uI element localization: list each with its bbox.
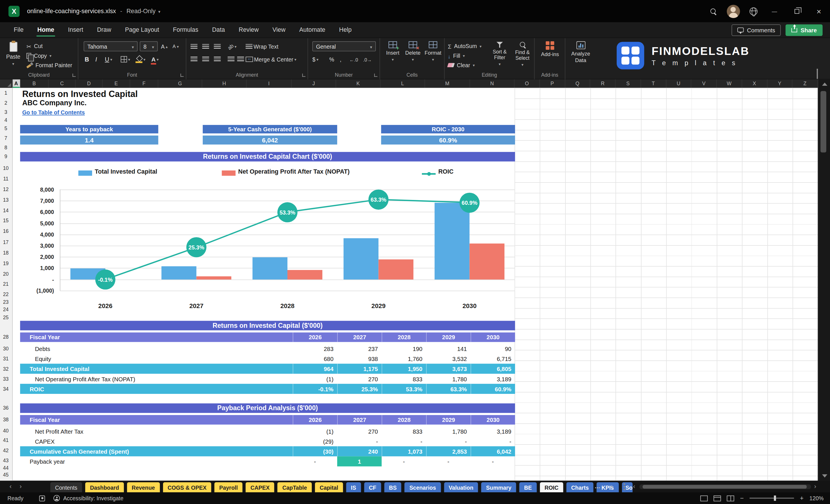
row-header-3[interactable]: 3: [0, 109, 12, 115]
column-header-q[interactable]: Q: [565, 80, 590, 88]
increase-decimal-button[interactable]: [350, 55, 358, 64]
menu-tab-review[interactable]: Review: [232, 22, 265, 38]
sheet-tab-be[interactable]: BE: [519, 482, 537, 492]
percent-style-button[interactable]: %: [329, 55, 334, 64]
menu-tab-insert[interactable]: Insert: [62, 22, 90, 38]
format-painter-button[interactable]: Format Painter: [27, 61, 72, 69]
row-header-14[interactable]: 14: [0, 208, 12, 214]
row-header-18[interactable]: 18: [0, 250, 12, 256]
row-header-31[interactable]: 31: [0, 356, 12, 362]
row-header-12[interactable]: 12: [0, 186, 12, 192]
network-button[interactable]: [743, 0, 763, 22]
column-header-f[interactable]: F: [130, 80, 158, 88]
column-header-v[interactable]: V: [692, 80, 717, 88]
sheet-tab-captable[interactable]: CapTable: [278, 482, 312, 492]
hscroll-left-icon[interactable]: ‹: [633, 483, 635, 490]
column-header-m[interactable]: M: [425, 80, 470, 88]
normal-view-button[interactable]: [700, 495, 708, 501]
menu-tab-help[interactable]: Help: [332, 22, 358, 38]
share-button[interactable]: Share: [786, 24, 823, 36]
clear-button[interactable]: Clear▾: [448, 61, 482, 69]
row-header-10[interactable]: 10: [0, 165, 12, 171]
row-header-43[interactable]: 43: [0, 458, 12, 464]
column-header-u[interactable]: U: [666, 80, 691, 88]
align-right-button[interactable]: [214, 55, 221, 64]
column-header-d[interactable]: D: [76, 80, 103, 88]
paste-button[interactable]: Paste ▾: [3, 40, 23, 71]
column-header-a[interactable]: A: [12, 80, 20, 88]
row-header-8[interactable]: 8: [0, 145, 12, 151]
sheet-tab-cogs-opex[interactable]: COGS & OPEX: [163, 482, 211, 492]
close-button[interactable]: [808, 0, 830, 22]
column-header-y[interactable]: Y: [767, 80, 793, 88]
column-header-z[interactable]: Z: [793, 80, 818, 88]
number-format-select[interactable]: General: [312, 41, 376, 51]
vertical-scrollbar[interactable]: [818, 80, 830, 481]
column-header-g[interactable]: G: [158, 80, 202, 88]
sheet-tab-charts[interactable]: Charts: [566, 482, 594, 492]
borders-button[interactable]: ▾: [121, 55, 130, 64]
row-header-28[interactable]: 28: [0, 334, 12, 340]
cut-button[interactable]: Cut: [27, 42, 72, 50]
row-header-4[interactable]: 4: [0, 117, 12, 123]
sheet-tab-payroll[interactable]: Payroll: [215, 482, 243, 492]
menu-tab-home[interactable]: Home: [31, 22, 61, 38]
sheet-tab-is[interactable]: IS: [346, 482, 361, 492]
column-header-h[interactable]: H: [202, 80, 247, 88]
row-header-32[interactable]: 32: [0, 366, 12, 372]
align-center-button[interactable]: [202, 55, 209, 64]
hscroll-right-icon[interactable]: ›: [814, 483, 816, 490]
row-header-22[interactable]: 22: [0, 291, 12, 297]
insert-cells-button[interactable]: Insert▾: [383, 41, 403, 62]
sheet-tab-summary[interactable]: Summary: [481, 482, 516, 492]
sheet-tab-bs[interactable]: BS: [384, 482, 401, 492]
tab-splitter-handle[interactable]: [624, 480, 625, 492]
zoom-slider[interactable]: [749, 498, 794, 499]
shrink-font-button[interactable]: A▾: [172, 42, 179, 51]
row-header-15[interactable]: 15: [0, 218, 12, 224]
page-layout-view-button[interactable]: [713, 495, 721, 501]
column-header-k[interactable]: K: [336, 80, 380, 88]
row-header-17[interactable]: 17: [0, 240, 12, 246]
horizontal-scroll-thumb[interactable]: [643, 485, 807, 489]
column-header-e[interactable]: E: [103, 80, 130, 88]
select-all-corner[interactable]: [0, 80, 12, 88]
middle-align-button[interactable]: [202, 42, 209, 51]
column-header-p[interactable]: P: [540, 80, 565, 88]
toc-link[interactable]: Go to Table of Contents: [22, 109, 85, 115]
increase-indent-button[interactable]: [237, 55, 244, 64]
next-sheet-icon[interactable]: ›: [20, 483, 22, 490]
sheet-area[interactable]: Returns on Invested Capital ABC Company …: [0, 88, 818, 480]
sheet-tab-capital[interactable]: Capital: [315, 482, 343, 492]
align-left-button[interactable]: [190, 55, 197, 64]
column-header-j[interactable]: J: [292, 80, 336, 88]
restore-button[interactable]: [786, 0, 808, 22]
format-cells-button[interactable]: Format▾: [423, 41, 443, 62]
sheet-tab-revenue[interactable]: Revenue: [127, 482, 160, 492]
row-header-16[interactable]: 16: [0, 228, 12, 234]
sheet-tab-capex[interactable]: CAPEX: [246, 482, 274, 492]
column-header-l[interactable]: L: [381, 80, 425, 88]
column-header-t[interactable]: T: [641, 80, 666, 88]
delete-cells-button[interactable]: Delete▾: [403, 41, 422, 62]
row-header-25[interactable]: 25: [0, 314, 12, 321]
row-header-21[interactable]: 21: [0, 281, 12, 287]
row-header-40[interactable]: 40: [0, 428, 12, 434]
column-header-n[interactable]: N: [470, 80, 514, 88]
minimize-button[interactable]: [763, 0, 786, 22]
collapse-ribbon-button[interactable]: [817, 70, 818, 79]
page-break-view-button[interactable]: [727, 495, 734, 501]
column-header-i[interactable]: I: [247, 80, 291, 88]
copy-button[interactable]: Copy▾: [27, 52, 72, 60]
sheet-tab-roic[interactable]: ROIC: [540, 482, 563, 492]
orientation-button[interactable]: ▾: [228, 42, 236, 51]
addins-button[interactable]: Add-ins: [538, 41, 562, 57]
row-header-13[interactable]: 13: [0, 197, 12, 203]
decrease-indent-button[interactable]: [228, 55, 234, 64]
column-header-c[interactable]: C: [49, 80, 75, 88]
menu-tab-data[interactable]: Data: [205, 22, 231, 38]
clipboard-dialog-launcher[interactable]: [73, 73, 76, 77]
more-sheets-button[interactable]: [595, 480, 600, 492]
autosum-button[interactable]: AutoSum▾: [448, 42, 482, 50]
macro-record-icon[interactable]: [39, 495, 45, 501]
